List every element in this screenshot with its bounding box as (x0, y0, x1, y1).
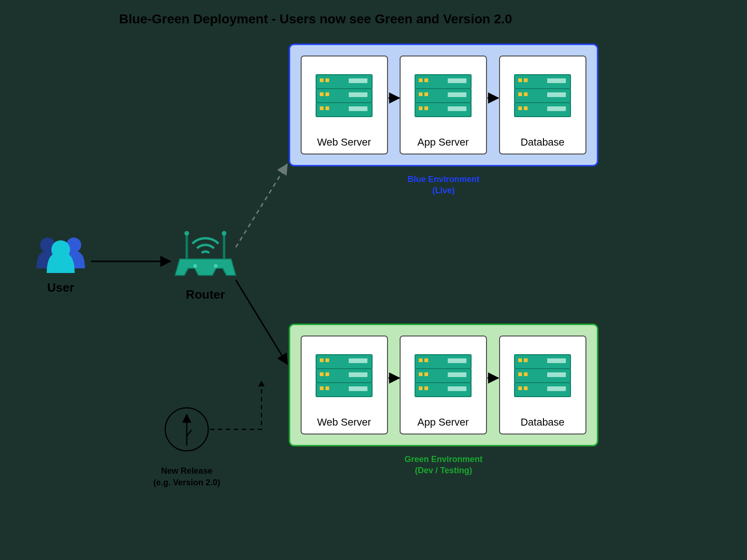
release-label-1: New Release (161, 466, 212, 476)
green-environment: Web Server App Server Database Green Env… (289, 324, 598, 475)
blue-database: Database (500, 56, 586, 154)
green-database: Database (500, 336, 586, 434)
blue-env-sub: (Live) (432, 186, 455, 195)
svg-text:Database: Database (521, 136, 564, 148)
new-release: New Release (e.g. Version 2.0) (153, 408, 220, 487)
blue-env-label: Blue Environment (408, 175, 479, 184)
arrow-router-blue (236, 164, 287, 247)
svg-text:Web Server: Web Server (317, 416, 371, 428)
svg-text:Web Server: Web Server (317, 136, 371, 148)
svg-text:App Server: App Server (417, 416, 469, 428)
arrow-release-green (210, 382, 261, 429)
blue-environment: Web Server App Server Database Blue Envi… (289, 44, 598, 195)
green-env-label: Green Environment (404, 455, 482, 464)
diagram-title: Blue-Green Deployment - Users now see Gr… (119, 12, 512, 26)
router-node: Router (175, 231, 236, 301)
green-web-server: Web Server (301, 336, 388, 434)
user-node: User (36, 238, 85, 294)
green-app-server: App Server (400, 336, 486, 434)
blue-app-server: App Server (400, 56, 486, 154)
router-label: Router (186, 287, 225, 301)
blue-web-server: Web Server (301, 56, 388, 154)
svg-text:Database: Database (521, 416, 564, 428)
release-label-2: (e.g. Version 2.0) (153, 478, 220, 487)
arrow-release-green-head (258, 381, 265, 386)
user-label: User (47, 280, 74, 294)
green-env-sub: (Dev / Testing) (415, 466, 472, 475)
arrow-router-green (236, 280, 287, 364)
svg-text:App Server: App Server (417, 136, 469, 148)
